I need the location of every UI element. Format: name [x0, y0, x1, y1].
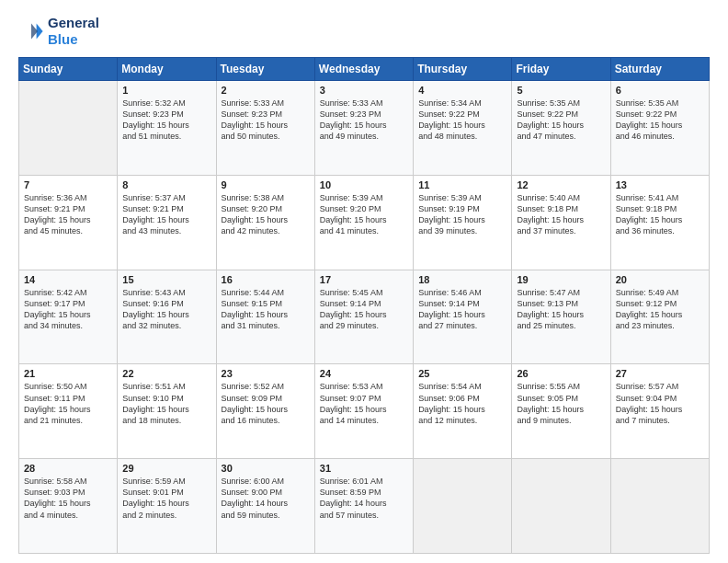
day-number: 3: [320, 85, 408, 96]
day-number: 25: [418, 368, 506, 379]
day-number: 8: [122, 179, 210, 190]
day-of-week-header: Sunday: [19, 58, 118, 81]
calendar-cell: 16Sunrise: 5:44 AM Sunset: 9:15 PM Dayli…: [216, 270, 314, 364]
calendar-cell: 25Sunrise: 5:54 AM Sunset: 9:06 PM Dayli…: [414, 364, 512, 459]
calendar-cell: 21Sunrise: 5:50 AM Sunset: 9:11 PM Dayli…: [19, 364, 118, 459]
day-number: 12: [517, 179, 605, 190]
calendar-cell: 10Sunrise: 5:39 AM Sunset: 9:20 PM Dayli…: [314, 175, 413, 270]
calendar-week-row: 14Sunrise: 5:42 AM Sunset: 9:17 PM Dayli…: [19, 270, 710, 364]
cell-content: Sunrise: 5:36 AM Sunset: 9:21 PM Dayligh…: [24, 192, 112, 237]
header: General Blue: [18, 15, 710, 48]
day-number: 24: [320, 368, 408, 379]
calendar-cell: 23Sunrise: 5:52 AM Sunset: 9:09 PM Dayli…: [216, 364, 314, 459]
day-number: 17: [320, 274, 408, 285]
day-number: 22: [122, 368, 210, 379]
calendar-cell: 15Sunrise: 5:43 AM Sunset: 9:16 PM Dayli…: [118, 270, 216, 364]
day-number: 28: [24, 463, 112, 474]
day-number: 29: [122, 463, 210, 474]
cell-content: Sunrise: 5:52 AM Sunset: 9:09 PM Dayligh…: [222, 381, 310, 426]
calendar-cell: 29Sunrise: 5:59 AM Sunset: 9:01 PM Dayli…: [118, 459, 216, 554]
calendar-week-row: 1Sunrise: 5:32 AM Sunset: 9:23 PM Daylig…: [19, 81, 710, 176]
day-number: 5: [517, 85, 605, 96]
day-number: 2: [222, 85, 310, 96]
day-number: 20: [616, 274, 704, 285]
calendar-header-row: SundayMondayTuesdayWednesdayThursdayFrid…: [19, 58, 710, 81]
day-number: 1: [122, 85, 210, 96]
calendar-week-row: 7Sunrise: 5:36 AM Sunset: 9:21 PM Daylig…: [19, 175, 710, 270]
cell-content: Sunrise: 5:50 AM Sunset: 9:11 PM Dayligh…: [24, 381, 112, 426]
calendar-cell: 4Sunrise: 5:34 AM Sunset: 9:22 PM Daylig…: [414, 81, 512, 176]
cell-content: Sunrise: 5:40 AM Sunset: 9:18 PM Dayligh…: [517, 192, 605, 237]
logo-icon: [18, 18, 44, 44]
calendar-table: SundayMondayTuesdayWednesdayThursdayFrid…: [18, 57, 710, 554]
day-number: 21: [24, 368, 112, 379]
cell-content: Sunrise: 5:43 AM Sunset: 9:16 PM Dayligh…: [122, 287, 210, 332]
day-number: 19: [517, 274, 605, 285]
cell-content: Sunrise: 5:33 AM Sunset: 9:23 PM Dayligh…: [222, 98, 310, 143]
day-number: 18: [418, 274, 506, 285]
day-number: 11: [418, 179, 506, 190]
calendar-cell: 19Sunrise: 5:47 AM Sunset: 9:13 PM Dayli…: [512, 270, 610, 364]
cell-content: Sunrise: 5:46 AM Sunset: 9:14 PM Dayligh…: [418, 287, 506, 332]
day-number: 26: [517, 368, 605, 379]
cell-content: Sunrise: 5:34 AM Sunset: 9:22 PM Dayligh…: [418, 98, 506, 143]
calendar-cell: 27Sunrise: 5:57 AM Sunset: 9:04 PM Dayli…: [610, 364, 709, 459]
cell-content: Sunrise: 5:38 AM Sunset: 9:20 PM Dayligh…: [222, 192, 310, 237]
cell-content: Sunrise: 6:00 AM Sunset: 9:00 PM Dayligh…: [222, 476, 310, 521]
calendar-cell: [19, 81, 118, 176]
day-number: 10: [320, 179, 408, 190]
day-of-week-header: Friday: [512, 58, 610, 81]
day-number: 6: [616, 85, 704, 96]
cell-content: Sunrise: 5:47 AM Sunset: 9:13 PM Dayligh…: [517, 287, 605, 332]
calendar-cell: 30Sunrise: 6:00 AM Sunset: 9:00 PM Dayli…: [216, 459, 314, 554]
day-number: 27: [616, 368, 704, 379]
cell-content: Sunrise: 5:59 AM Sunset: 9:01 PM Dayligh…: [122, 476, 210, 521]
cell-content: Sunrise: 5:49 AM Sunset: 9:12 PM Dayligh…: [616, 287, 704, 332]
day-number: 16: [222, 274, 310, 285]
calendar-cell: 2Sunrise: 5:33 AM Sunset: 9:23 PM Daylig…: [216, 81, 314, 176]
cell-content: Sunrise: 5:44 AM Sunset: 9:15 PM Dayligh…: [222, 287, 310, 332]
cell-content: Sunrise: 5:37 AM Sunset: 9:21 PM Dayligh…: [122, 192, 210, 237]
day-number: 23: [222, 368, 310, 379]
day-number: 14: [24, 274, 112, 285]
calendar-cell: [512, 459, 610, 554]
day-of-week-header: Thursday: [414, 58, 512, 81]
day-of-week-header: Monday: [118, 58, 216, 81]
calendar-cell: 18Sunrise: 5:46 AM Sunset: 9:14 PM Dayli…: [414, 270, 512, 364]
day-number: 13: [616, 179, 704, 190]
cell-content: Sunrise: 5:58 AM Sunset: 9:03 PM Dayligh…: [24, 476, 112, 521]
day-of-week-header: Tuesday: [216, 58, 314, 81]
calendar-cell: 6Sunrise: 5:35 AM Sunset: 9:22 PM Daylig…: [610, 81, 709, 176]
day-number: 7: [24, 179, 112, 190]
calendar-cell: 31Sunrise: 6:01 AM Sunset: 8:59 PM Dayli…: [314, 459, 413, 554]
cell-content: Sunrise: 5:42 AM Sunset: 9:17 PM Dayligh…: [24, 287, 112, 332]
day-number: 31: [320, 463, 408, 474]
page: General Blue SundayMondayTuesdayWednesda…: [0, 0, 728, 563]
cell-content: Sunrise: 5:35 AM Sunset: 9:22 PM Dayligh…: [517, 98, 605, 143]
calendar-cell: 28Sunrise: 5:58 AM Sunset: 9:03 PM Dayli…: [19, 459, 118, 554]
cell-content: Sunrise: 5:39 AM Sunset: 9:20 PM Dayligh…: [320, 192, 408, 237]
logo: General Blue: [18, 15, 99, 48]
calendar-week-row: 28Sunrise: 5:58 AM Sunset: 9:03 PM Dayli…: [19, 459, 710, 554]
day-number: 30: [222, 463, 310, 474]
logo-text: General Blue: [48, 15, 99, 48]
cell-content: Sunrise: 5:41 AM Sunset: 9:18 PM Dayligh…: [616, 192, 704, 237]
cell-content: Sunrise: 5:54 AM Sunset: 9:06 PM Dayligh…: [418, 381, 506, 426]
calendar-cell: 3Sunrise: 5:33 AM Sunset: 9:23 PM Daylig…: [314, 81, 413, 176]
day-of-week-header: Saturday: [610, 58, 709, 81]
cell-content: Sunrise: 5:39 AM Sunset: 9:19 PM Dayligh…: [418, 192, 506, 237]
calendar-cell: 1Sunrise: 5:32 AM Sunset: 9:23 PM Daylig…: [118, 81, 216, 176]
calendar-cell: 8Sunrise: 5:37 AM Sunset: 9:21 PM Daylig…: [118, 175, 216, 270]
calendar-cell: 12Sunrise: 5:40 AM Sunset: 9:18 PM Dayli…: [512, 175, 610, 270]
cell-content: Sunrise: 5:32 AM Sunset: 9:23 PM Dayligh…: [122, 98, 210, 143]
calendar-cell: 11Sunrise: 5:39 AM Sunset: 9:19 PM Dayli…: [414, 175, 512, 270]
calendar-cell: 7Sunrise: 5:36 AM Sunset: 9:21 PM Daylig…: [19, 175, 118, 270]
cell-content: Sunrise: 5:51 AM Sunset: 9:10 PM Dayligh…: [122, 381, 210, 426]
calendar-cell: 24Sunrise: 5:53 AM Sunset: 9:07 PM Dayli…: [314, 364, 413, 459]
calendar-cell: [414, 459, 512, 554]
calendar-cell: 26Sunrise: 5:55 AM Sunset: 9:05 PM Dayli…: [512, 364, 610, 459]
calendar-cell: 20Sunrise: 5:49 AM Sunset: 9:12 PM Dayli…: [610, 270, 709, 364]
cell-content: Sunrise: 5:33 AM Sunset: 9:23 PM Dayligh…: [320, 98, 408, 143]
cell-content: Sunrise: 6:01 AM Sunset: 8:59 PM Dayligh…: [320, 476, 408, 521]
calendar-cell: 22Sunrise: 5:51 AM Sunset: 9:10 PM Dayli…: [118, 364, 216, 459]
